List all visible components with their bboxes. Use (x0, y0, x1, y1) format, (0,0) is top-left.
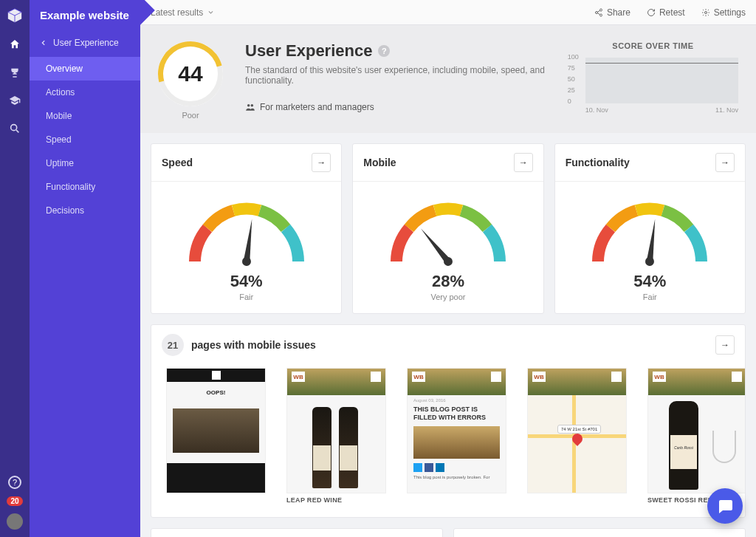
brand-logo-icon (7, 7, 23, 24)
page-thumbnail[interactable]: WB LEAP RED WINE (286, 368, 386, 504)
sidebar-item-uptime[interactable]: Uptime (30, 151, 140, 175)
page-thumbnail[interactable]: OOPS! (166, 368, 266, 504)
svg-point-0 (11, 125, 17, 131)
gauge-label: Very poor (360, 293, 535, 301)
chart-series-line (585, 63, 738, 64)
page-load-times-card: Page load times→ (151, 528, 443, 537)
share-button[interactable]: Share (594, 7, 630, 18)
gauge-label: Fair (563, 293, 738, 301)
help-icon[interactable]: ? (8, 476, 21, 489)
hero: 44 Poor User Experience? The standard of… (140, 25, 756, 133)
speed-gauge (180, 195, 313, 269)
functionality-card: Functionality→ 54% (554, 143, 746, 314)
rail-graduation-icon[interactable] (7, 93, 22, 108)
card-title: Functionality (566, 157, 630, 168)
gear-icon (701, 8, 710, 17)
svg-point-12 (645, 256, 655, 266)
rail-search-icon[interactable] (7, 121, 22, 136)
page-subtitle: The standard of this website's user expe… (245, 65, 546, 86)
chat-fab[interactable] (707, 488, 743, 524)
mobile-issues-card: 21 pages with mobile issues → OOPS! WB L… (151, 324, 746, 518)
avatar[interactable] (7, 513, 23, 530)
mobile-card: Mobile→ 28% (352, 143, 543, 314)
users-icon (245, 102, 255, 112)
gauge-value: 28% (360, 272, 535, 291)
overall-score-value: 44 (178, 61, 202, 86)
retest-button[interactable]: Retest (647, 7, 685, 18)
card-title: Mobile (363, 157, 396, 168)
score-over-time-chart: SCORE OVER TIME 100 75 50 25 0 10. Nov 1… (568, 41, 738, 114)
share-icon (594, 8, 603, 17)
page-thumbnail[interactable]: WBAugust 03, 2016THIS BLOG POST IS FILLE… (407, 368, 506, 504)
card-arrow-button[interactable]: → (715, 153, 735, 172)
card-arrow-button[interactable]: → (312, 153, 331, 172)
topbar: Latest results Share Retest Settings (140, 0, 756, 25)
svg-marker-11 (647, 219, 658, 262)
chevron-down-icon (207, 9, 214, 16)
breadcrumb-label: Latest results (151, 7, 203, 18)
functionality-gauge (583, 195, 716, 269)
sidebar: Example website User Experience Overview… (30, 0, 140, 537)
card-title: Speed (162, 157, 193, 168)
svg-point-2 (595, 11, 597, 13)
icon-rail: ? 20 (0, 0, 30, 537)
card-title: pages with mobile issues (191, 339, 316, 351)
settings-button[interactable]: Settings (701, 7, 746, 18)
issues-count: 21 (162, 334, 184, 356)
page-thumbnail[interactable]: WBCarlo Rossi SWEET ROSSI RED (647, 368, 745, 504)
retest-icon (647, 8, 656, 17)
gauge-value: 54% (159, 272, 334, 291)
sidebar-item-overview[interactable]: Overview (30, 57, 140, 81)
rail-home-icon[interactable] (7, 37, 22, 52)
sidebar-item-decisions[interactable]: Decisions (30, 199, 140, 222)
gauge-label: Fair (159, 293, 334, 301)
svg-point-6 (251, 104, 254, 107)
sidebar-item-speed[interactable]: Speed (30, 128, 140, 151)
chevron-left-icon (40, 39, 47, 47)
audience-label: For marketers and managers (245, 102, 546, 112)
overall-score-ring: 44 (158, 41, 223, 106)
card-arrow-button[interactable]: → (514, 153, 533, 172)
page-title: User Experience? (245, 41, 546, 61)
sidebar-back-label: User Experience (53, 38, 119, 48)
svg-point-8 (241, 256, 251, 266)
svg-point-5 (247, 104, 250, 107)
rail-trophy-icon[interactable] (7, 65, 22, 80)
help-tooltip-icon[interactable]: ? (378, 45, 390, 57)
speed-card: Speed→ 54% (151, 143, 342, 314)
svg-point-3 (599, 14, 602, 16)
uptime-over-time-card: Uptime % over time (453, 528, 746, 537)
overall-score-label: Poor (158, 111, 223, 120)
svg-point-1 (599, 9, 602, 11)
sidebar-item-actions[interactable]: Actions (30, 81, 140, 104)
gauge-value: 54% (563, 272, 738, 291)
svg-point-4 (704, 11, 707, 13)
sidebar-back[interactable]: User Experience (30, 33, 140, 57)
sidebar-item-mobile[interactable]: Mobile (30, 104, 140, 128)
breadcrumb-dropdown[interactable]: Latest results (151, 7, 214, 18)
sidebar-item-functionality[interactable]: Functionality (30, 175, 140, 199)
chart-title: SCORE OVER TIME (568, 41, 738, 50)
notification-badge[interactable]: 20 (7, 496, 22, 506)
mobile-gauge (382, 195, 515, 269)
svg-marker-7 (244, 219, 255, 262)
card-arrow-button[interactable]: → (715, 335, 735, 355)
chat-icon (716, 497, 734, 515)
page-thumbnail[interactable]: WB74 W 21st St #701 (527, 368, 627, 504)
site-name: Example website (30, 9, 140, 33)
